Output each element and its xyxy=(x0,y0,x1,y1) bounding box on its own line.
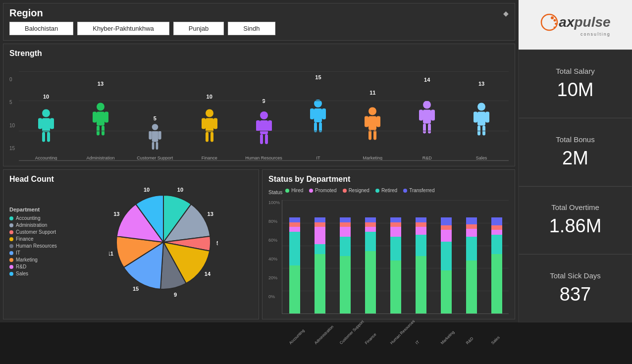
legend-label: Human Resources xyxy=(16,243,57,249)
headcount-content: Department Accounting Administration Cus… xyxy=(9,188,253,297)
status-legend-item-transferred: Transferred xyxy=(403,188,434,193)
person-figure xyxy=(91,88,110,154)
bar-label: Sales xyxy=(490,323,513,345)
svg-rect-41 xyxy=(373,130,376,140)
dashboard: Region ◆ Balochistan Khyber-Pakhtunkhwa … xyxy=(0,0,632,364)
svg-rect-14 xyxy=(149,131,152,139)
region-btn-khyber[interactable]: Khyber-Pakhtunkhwa xyxy=(77,22,169,35)
right-sidebar: axpulse consulting Total Salary 10M Tota… xyxy=(518,0,632,322)
svg-rect-51 xyxy=(485,112,489,123)
bar-segment-promoted xyxy=(340,227,351,236)
svg-rect-26 xyxy=(256,120,260,131)
bar-segment-resigned xyxy=(315,222,325,227)
svg-rect-47 xyxy=(428,124,431,134)
figure-col-customer-support: 5 Customer Support xyxy=(128,72,182,160)
bar-segment-promoted xyxy=(390,227,401,236)
pie-label-marketing: 11 xyxy=(109,251,113,257)
metric-label-sick: Total Sick Days xyxy=(550,271,601,280)
metric-card-sick: Total Sick Days 837 xyxy=(519,254,632,322)
pie-wrapper: 1013514915111310 xyxy=(74,188,253,297)
headcount-legend: Department Accounting Administration Cus… xyxy=(9,207,69,278)
svg-point-24 xyxy=(260,111,268,119)
logo-text: axpulse xyxy=(559,14,610,30)
y-100: 100% xyxy=(268,200,280,205)
logo-ring-icon xyxy=(540,13,559,32)
bar-group-r&d: R&D xyxy=(459,200,483,313)
legend-item-sales: Sales xyxy=(9,271,69,276)
svg-rect-46 xyxy=(423,124,426,134)
legend-label: Marketing xyxy=(16,257,38,262)
status-legend-item-resigned: Resigned xyxy=(343,188,369,193)
strength-title: Strength xyxy=(9,49,509,58)
strength-panel: Strength 15 10 5 0 10 xyxy=(3,44,515,166)
bar-segment-transferred xyxy=(441,217,452,225)
bar-group-customer-support: Customer Support xyxy=(333,200,357,313)
svg-rect-16 xyxy=(152,142,155,150)
strength-chart: 15 10 5 0 10 xyxy=(9,62,509,161)
status-label: Status xyxy=(268,190,282,195)
bar-label: Finance xyxy=(364,323,386,345)
region-btn-punjab[interactable]: Punjab xyxy=(173,22,224,35)
metric-card-overtime: Total Overtime 1.86M xyxy=(519,186,632,255)
legend-dot xyxy=(9,230,13,234)
legend-dot xyxy=(9,237,13,241)
grid-line-0 xyxy=(19,160,509,160)
svg-point-0 xyxy=(42,109,50,117)
bar-segment-transferred xyxy=(491,217,502,225)
legend-dot xyxy=(9,216,13,220)
bar-segment-hired xyxy=(365,251,376,313)
legend-label: R&D xyxy=(16,264,26,269)
region-btn-balochistan[interactable]: Balochistan xyxy=(9,22,73,35)
figure-count: 11 xyxy=(369,90,375,96)
metric-value-overtime: 1.86M xyxy=(549,215,602,237)
bar-segment-hired xyxy=(289,265,300,313)
svg-rect-43 xyxy=(423,110,431,124)
bar-segment-hired xyxy=(416,256,426,313)
bar-segment-transferred xyxy=(466,217,477,224)
svg-point-58 xyxy=(554,27,555,28)
bar-segment-resigned xyxy=(365,222,376,227)
bar-segment-promoted xyxy=(441,230,452,241)
person-figure xyxy=(36,101,56,154)
svg-rect-49 xyxy=(477,112,485,126)
y-label-5: 5 xyxy=(9,100,15,105)
stacked-bar xyxy=(315,217,325,313)
stacked-bar xyxy=(491,217,502,313)
region-btn-sindh[interactable]: Sindh xyxy=(228,22,275,35)
settings-icon[interactable]: ◆ xyxy=(503,9,509,17)
bar-label: Human Resources xyxy=(389,323,412,345)
bar-segment-retired xyxy=(441,242,452,270)
svg-rect-20 xyxy=(202,118,206,129)
legend-dot xyxy=(9,265,13,269)
legend-label: IT xyxy=(16,250,20,256)
figure-count: 10 xyxy=(43,94,49,100)
status-legend-label: Transferred xyxy=(409,188,434,193)
legend-dot xyxy=(9,223,13,227)
legend-label: Finance xyxy=(16,236,34,242)
status-legend-label: Retired xyxy=(381,188,397,193)
bar-group-sales: Sales xyxy=(484,200,509,313)
figure-col-r&d: 14 R&D xyxy=(400,72,454,160)
bar-group-marketing: Marketing xyxy=(434,200,458,313)
strength-figures: 10 Accounting 13 xyxy=(19,72,509,161)
legend-item-administration: Administration xyxy=(9,222,69,228)
bar-label: R&D xyxy=(465,323,487,345)
figure-col-finance: 10 Finance xyxy=(182,72,237,160)
svg-point-54 xyxy=(541,14,557,30)
svg-point-57 xyxy=(555,23,557,25)
svg-rect-29 xyxy=(265,134,268,144)
svg-rect-22 xyxy=(206,132,209,142)
svg-rect-21 xyxy=(213,118,217,129)
bar-segment-promoted xyxy=(416,227,426,235)
bar-label: Administration xyxy=(314,323,336,345)
svg-rect-8 xyxy=(93,112,97,123)
stacked-bar xyxy=(365,217,376,313)
svg-rect-3 xyxy=(50,118,54,129)
region-panel: Region ◆ Balochistan Khyber-Pakhtunkhwa … xyxy=(3,3,515,41)
metric-card-salary: Total Salary 10M xyxy=(519,50,632,118)
metric-value-salary: 10M xyxy=(557,79,594,101)
bar-segment-retired xyxy=(340,237,351,256)
status-legend-item-promoted: Promoted xyxy=(309,188,336,193)
svg-rect-9 xyxy=(105,112,108,123)
headcount-panel: Head Count Department Accounting Adminis… xyxy=(3,169,259,319)
